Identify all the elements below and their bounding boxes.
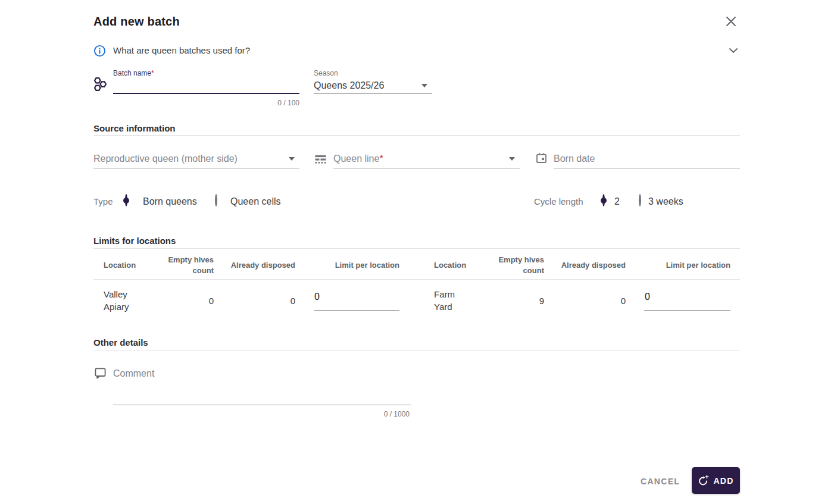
comment-icon: [94, 367, 107, 379]
source-type-select[interactable]: Reproductive queen (mother side): [93, 152, 299, 165]
batch-name-label: Batch name*: [113, 69, 154, 77]
section-divider: [93, 135, 740, 136]
cell-limit: 0: [626, 284, 730, 317]
radio-queen-cells-label[interactable]: Queen cells: [230, 196, 281, 208]
born-date-underline: [554, 168, 740, 168]
queen-line-underline: [333, 168, 520, 168]
info-banner-text: What are queen batches used for?: [113, 45, 729, 57]
info-icon: [93, 45, 106, 57]
add-refresh-plus-icon: [698, 475, 709, 486]
season-label: Season: [314, 69, 338, 77]
info-banner[interactable]: What are queen batches used for?: [93, 43, 740, 58]
col-already-disposed: Already disposed: [544, 252, 626, 278]
cell-empty-hives: 0: [159, 284, 214, 317]
limit-input[interactable]: 0: [314, 291, 399, 311]
comment-counter: 0 / 1000: [113, 410, 410, 418]
queen-line-icon: [315, 154, 326, 165]
col-empty-hives: Empty hives count: [159, 252, 214, 278]
radio-born-queens[interactable]: [125, 194, 127, 206]
add-button-label: ADD: [713, 476, 733, 486]
calendar-icon: [536, 152, 547, 164]
radio-cycle-2[interactable]: [602, 194, 605, 206]
cell-location: Valley Apiary: [93, 284, 159, 317]
cycle-length-label: Cycle length: [534, 196, 583, 208]
radio-cycle-3-weeks-label[interactable]: 3 weeks: [648, 196, 683, 208]
comment-input[interactable]: Comment: [113, 367, 411, 402]
required-asterisk: *: [379, 154, 383, 164]
batch-hive-cells-icon: [92, 76, 108, 92]
cell-already-disposed: 0: [214, 284, 295, 317]
col-limit-per-location: Limit per location: [295, 252, 399, 278]
section-divider: [93, 248, 740, 249]
limits-table-header-right: Location Empty hives count Already dispo…: [424, 252, 740, 278]
col-empty-hives: Empty hives count: [489, 252, 544, 278]
batch-name-counter: 0 / 100: [113, 99, 299, 107]
born-date-placeholder: Born date: [554, 152, 595, 165]
season-value: Queens 2025/26: [314, 79, 384, 92]
born-date-field[interactable]: Born date: [554, 152, 740, 165]
table-row: Farm Yard 9 0 0: [424, 284, 740, 317]
required-asterisk: *: [151, 69, 154, 77]
limits-section-heading: Limits for locations: [93, 236, 176, 246]
queen-line-select[interactable]: Queen line*: [333, 152, 520, 165]
source-type-value: Reproductive queen (mother side): [93, 152, 238, 165]
limit-input[interactable]: 0: [644, 291, 730, 311]
batch-name-underline: [113, 93, 299, 94]
limits-table-header-left: Location Empty hives count Already dispo…: [93, 252, 399, 278]
col-already-disposed: Already disposed: [214, 252, 295, 278]
dropdown-caret-icon: [289, 157, 295, 161]
source-section-heading: Source information: [93, 123, 176, 134]
queen-line-placeholder: Queen line*: [333, 152, 383, 165]
other-section-heading: Other details: [93, 337, 148, 348]
comment-placeholder: Comment: [113, 368, 154, 378]
dropdown-caret-icon: [421, 84, 427, 87]
radio-born-queens-label[interactable]: Born queens: [143, 196, 197, 208]
section-divider: [93, 350, 740, 350]
dropdown-caret-icon: [509, 157, 515, 161]
col-limit-per-location: Limit per location: [626, 252, 730, 278]
radio-cycle-2-label[interactable]: 2: [614, 196, 620, 208]
cell-already-disposed: 0: [544, 284, 626, 317]
table-header-divider: [93, 279, 740, 280]
type-group-label: Type: [93, 196, 113, 208]
col-location: Location: [424, 252, 489, 278]
table-row: Valley Apiary 0 0 0: [93, 284, 399, 317]
radio-cycle-3-weeks[interactable]: [639, 194, 641, 206]
cell-empty-hives: 9: [489, 284, 544, 317]
chevron-down-icon[interactable]: [729, 48, 738, 54]
dialog-title: Add new batch: [93, 14, 180, 29]
col-location: Location: [93, 252, 159, 278]
cell-limit: 0: [295, 284, 399, 317]
close-button[interactable]: [723, 13, 739, 30]
season-underline: [314, 93, 432, 94]
batch-name-input[interactable]: [113, 77, 299, 93]
add-batch-dialog: Add new batch What are queen batches use…: [0, 0, 837, 504]
season-select[interactable]: Queens 2025/26: [314, 79, 432, 92]
add-button[interactable]: ADD: [692, 467, 740, 494]
source-type-underline: [93, 168, 299, 168]
cell-location: Farm Yard: [424, 284, 489, 317]
radio-queen-cells[interactable]: [215, 194, 217, 206]
cancel-button[interactable]: CANCEL: [635, 472, 686, 491]
close-icon: [724, 15, 738, 28]
comment-underline: [113, 405, 411, 405]
